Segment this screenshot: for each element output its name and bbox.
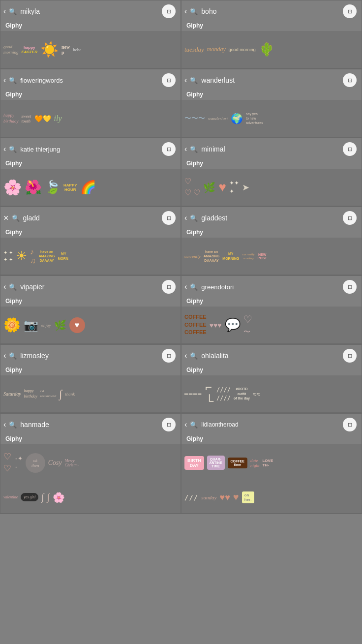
sticker-item[interactable]: ///	[184, 493, 198, 501]
copy-button-vipapier[interactable]: ⊡	[162, 280, 176, 294]
copy-button-hm[interactable]: ⊡	[162, 418, 176, 431]
sticker-item[interactable]: currentlyreading	[242, 252, 254, 260]
sticker-item[interactable]: ➤	[242, 182, 249, 193]
sticker-item[interactable]: have anAMAZINGDAAAAY	[204, 249, 220, 263]
sticker-item[interactable]: COFFEECOFFEECOFFEE	[184, 313, 207, 336]
sticker-item[interactable]: 🍃	[45, 180, 60, 195]
back-arrow-gd[interactable]: ‹	[184, 282, 187, 291]
sticker-item[interactable]: tuesday	[184, 46, 204, 54]
copy-button-liz[interactable]: ⊡	[162, 349, 176, 363]
sticker-item[interactable]: Cosy	[48, 459, 62, 467]
sticker-item[interactable]: ////////	[216, 386, 231, 402]
sticker-item[interactable]: Saturday	[3, 391, 21, 397]
sticker-item[interactable]: have anAMAZINGDAAAAY	[39, 249, 55, 263]
sticker-item[interactable]: ··✦··	[14, 455, 23, 471]
sticker-item[interactable]: ily	[54, 114, 62, 123]
sticker-item[interactable]: ∫	[41, 491, 44, 503]
sticker-item[interactable]: ♥	[233, 491, 239, 503]
sticker-item[interactable]: valentine	[3, 495, 18, 499]
back-arrow-vipapier[interactable]: ‹	[3, 282, 6, 291]
sticker-item[interactable]: 🌸	[3, 179, 22, 196]
copy-button-fw[interactable]: ⊡	[162, 73, 176, 87]
sticker-item[interactable]: NEWPOST	[258, 253, 267, 260]
sticker-item[interactable]: wanderlust	[208, 116, 228, 121]
sticker-item[interactable]: 🌵	[259, 42, 274, 57]
copy-button-wl[interactable]: ⊡	[343, 73, 357, 87]
sticker-item[interactable]: MerryChristm-	[65, 459, 79, 467]
sticker-item[interactable]: #OOTDoutfitof the day	[234, 387, 250, 401]
sticker-item[interactable]: 🌼	[3, 317, 21, 333]
sticker-item[interactable]: 💬	[225, 317, 241, 333]
copy-button-lidia[interactable]: ⊡	[343, 418, 357, 431]
copy-button-gladdest[interactable]: ⊡	[343, 211, 357, 225]
sticker-item[interactable]: okthen	[26, 453, 45, 473]
sticker-item[interactable]: ♡〜	[243, 313, 252, 337]
sticker-item[interactable]: sweettooth	[22, 114, 31, 123]
sticker-item[interactable]: ♡♡ ♡	[184, 176, 200, 198]
sticker-item[interactable]: MYMORN-	[58, 251, 69, 260]
sticker-item[interactable]: currently	[184, 254, 201, 259]
sticker-item[interactable]: 📷	[24, 318, 38, 332]
sticker-item[interactable]: happyEASTER	[22, 45, 37, 54]
sticker-item[interactable]: hehe	[73, 47, 81, 52]
sticker-item[interactable]: yes girl	[21, 493, 38, 501]
sticker-item[interactable]: 🌸	[53, 491, 65, 503]
sticker-item[interactable]: ✦✦✦	[229, 179, 239, 196]
copy-button-mikyla[interactable]: ⊡	[162, 4, 176, 18]
sticker-item[interactable]: ♥♥♥	[210, 321, 222, 329]
sticker-item[interactable]: LOVETH-	[262, 459, 273, 467]
sticker-item[interactable]: 🧡💛	[34, 115, 51, 123]
sticker-item[interactable]: 🌺	[25, 179, 42, 195]
sticker-item[interactable]: ♪♫	[30, 247, 36, 265]
sticker-item[interactable]: 🌍	[231, 113, 243, 124]
sticker-item[interactable]: ohher-	[242, 491, 254, 503]
copy-button-oh[interactable]: ⊡	[343, 349, 357, 363]
sticker-item[interactable]: MYMORNING	[222, 251, 239, 260]
back-arrow-fw[interactable]: ‹	[3, 76, 6, 85]
sticker-item[interactable]: ♥	[69, 317, 85, 333]
sticker-item[interactable]: BIRTHDAY	[184, 456, 204, 470]
back-arrow-gladd[interactable]: ×	[3, 213, 9, 223]
sticker-item[interactable]: ♡♡	[3, 451, 11, 474]
sticker-item[interactable]: goodmorning	[3, 44, 19, 55]
copy-button-katie[interactable]: ⊡	[162, 142, 176, 156]
sticker-item[interactable]: ∫	[47, 491, 50, 503]
sticker-item[interactable]: thank	[65, 392, 75, 397]
sticker-item[interactable]: happybirthday	[3, 113, 19, 124]
sticker-item[interactable]: newp	[61, 44, 70, 55]
copy-button-gd[interactable]: ⊡	[343, 280, 357, 294]
back-arrow-katie[interactable]: ‹	[3, 145, 6, 153]
sticker-item[interactable]: ✦ ✦✦ ✦	[3, 249, 13, 263]
sticker-item[interactable]: 🌈	[80, 180, 96, 195]
sticker-item[interactable]: I'drecommend	[40, 389, 56, 398]
sticker-item[interactable]: sunday	[201, 494, 216, 500]
sticker-item[interactable]: QUAR-ANTINETIME	[207, 456, 225, 470]
back-arrow-liz[interactable]: ‹	[3, 351, 6, 360]
sticker-item[interactable]: good morning	[229, 47, 256, 52]
sticker-item[interactable]: happybirthday	[24, 389, 37, 399]
sticker-item[interactable]: ∫	[59, 388, 62, 400]
copy-button-gladd[interactable]: ⊡	[162, 211, 176, 225]
sticker-item[interactable]: say yesto newadventures	[246, 112, 263, 125]
sticker-item[interactable]: ♥	[218, 180, 226, 195]
sticker-item[interactable]: 🌿	[54, 319, 66, 331]
back-arrow-minimal[interactable]: ‹	[184, 145, 187, 153]
sticker-item[interactable]: ☀	[16, 248, 27, 264]
back-arrow-gladdest[interactable]: ‹	[184, 214, 187, 222]
sticker-item[interactable]: ⌐└	[205, 380, 213, 408]
back-arrow-boho[interactable]: ‹	[184, 7, 187, 16]
sticker-item[interactable]: datenight	[250, 458, 260, 468]
sticker-item[interactable]: ≈≈	[253, 390, 260, 398]
copy-button-minimal[interactable]: ⊡	[343, 142, 357, 156]
sticker-item[interactable]: monday	[207, 46, 226, 53]
sticker-item[interactable]: ♥♥	[219, 493, 230, 502]
copy-button-boho[interactable]: ⊡	[343, 4, 357, 18]
sticker-item[interactable]: HAPPYHOUR	[63, 183, 77, 192]
sticker-item[interactable]: ☀️	[40, 42, 59, 57]
back-arrow-lidia[interactable]: ‹	[184, 420, 187, 429]
back-arrow-hm[interactable]: ‹	[3, 420, 6, 429]
back-arrow-wl[interactable]: ‹	[184, 76, 187, 85]
back-arrow-oh[interactable]: ‹	[184, 351, 187, 360]
sticker-item[interactable]: COFFEEtime	[228, 458, 247, 468]
sticker-item[interactable]: 🌿	[203, 182, 215, 193]
